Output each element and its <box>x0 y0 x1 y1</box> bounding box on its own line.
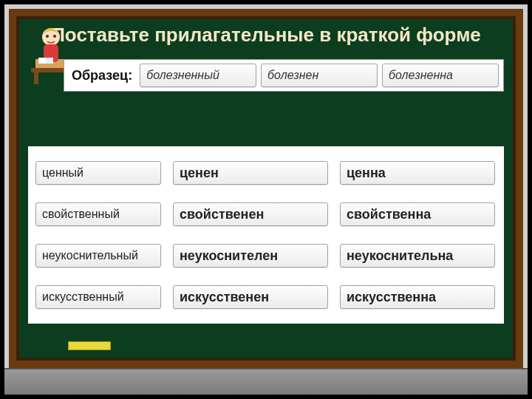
svg-rect-8 <box>38 58 46 64</box>
svg-rect-1 <box>34 72 38 84</box>
slide-frame: Поставьте прилагательные в краткой форме… <box>0 0 532 399</box>
table-row: ценный ценен ценна <box>35 155 497 191</box>
adj-short-f: искусственна <box>340 285 495 309</box>
table-row: свойственный свойственен свойственна <box>35 197 497 232</box>
svg-rect-9 <box>46 58 53 64</box>
adj-full: искусственный <box>35 285 161 309</box>
chalk-icon <box>68 341 111 350</box>
page-title: Поставьте прилагательные в краткой форме <box>16 16 516 52</box>
chalk-tray <box>4 368 528 395</box>
adj-short-m: свойственен <box>173 202 328 226</box>
sample-row: Образец: болезненный болезнен болезненна <box>64 59 504 92</box>
sample-full: болезненный <box>140 64 256 87</box>
adj-full: свойственный <box>35 202 161 226</box>
svg-point-7 <box>53 35 56 38</box>
sample-short-f: болезненна <box>382 64 499 87</box>
blackboard: Поставьте прилагательные в краткой форме… <box>9 9 523 368</box>
svg-point-6 <box>46 35 49 38</box>
adj-full: ценный <box>35 161 161 185</box>
exercise-panel: ценный ценен ценна свойственный свойстве… <box>28 146 504 324</box>
adj-full: неукоснительный <box>35 244 161 267</box>
sample-label: Образец: <box>69 68 135 83</box>
adj-short-f: свойственна <box>340 202 495 226</box>
adj-short-f: неукоснительна <box>340 244 495 267</box>
sample-short-m: болезнен <box>261 64 378 87</box>
adj-short-m: неукоснителен <box>173 244 328 267</box>
table-row: неукоснительный неукоснителен неукосните… <box>35 238 497 273</box>
adj-short-m: ценен <box>173 161 328 185</box>
table-row: искусственный искусственен искусственна <box>35 279 497 315</box>
adj-short-f: ценна <box>340 161 495 185</box>
adj-short-m: искусственен <box>173 285 328 309</box>
